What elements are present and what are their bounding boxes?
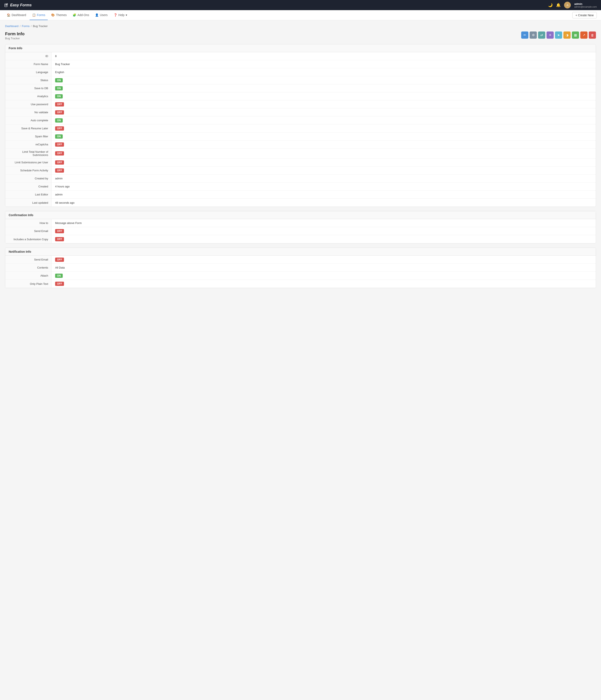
row-value: OFF [52, 235, 596, 243]
delete-button[interactable]: 🗑 [589, 31, 596, 39]
row-value: 8 [52, 52, 596, 60]
table-row: Created byadmin [5, 175, 596, 182]
row-label: Last updated [5, 199, 52, 207]
form-info-card: Form InfoID8Form NameBug TrackerLanguage… [5, 44, 596, 207]
breadcrumb-dashboard[interactable]: Dashboard [5, 25, 19, 28]
row-value: ON [52, 76, 596, 84]
nav-addons[interactable]: 🧩 Add-Ons [70, 10, 92, 20]
admin-name: admin [574, 2, 597, 5]
results-button[interactable]: ▦ [572, 31, 579, 39]
row-value: OFF [52, 256, 596, 264]
status-badge: OFF [55, 126, 64, 131]
row-label: Only Plain Text [5, 280, 52, 288]
table-row: AnalyticsON [5, 92, 596, 100]
moon-icon[interactable]: 🌙 [548, 3, 553, 7]
nav-users[interactable]: 👤 Users [93, 10, 110, 20]
share-button[interactable]: ↗ [580, 31, 587, 39]
settings-button[interactable]: ⚙ [530, 31, 537, 39]
row-value: Message above Form [52, 219, 596, 227]
breadcrumb: Dashboard / Forms / Bug Tracker [5, 25, 596, 28]
table-row: Spam filterON [5, 132, 596, 141]
confirmation-info-card-header: Confirmation Info [5, 211, 596, 219]
row-value: OFF [52, 227, 596, 235]
users-icon: 👤 [95, 13, 99, 17]
create-new-button[interactable]: + Create New [572, 12, 597, 18]
status-badge: ON [55, 86, 63, 91]
status-badge: OFF [55, 160, 64, 165]
table-row: Last Editoradmin [5, 191, 596, 199]
edit-button[interactable]: ✏ [521, 31, 528, 39]
help-chevron-icon: ▾ [126, 13, 127, 17]
row-label: Status [5, 76, 52, 84]
row-value: ON [52, 132, 596, 140]
nav-help[interactable]: ❓ Help ▾ [111, 10, 130, 20]
table-row: Save & Resume LaterOFF [5, 124, 596, 132]
row-value: English [52, 68, 596, 76]
table-row: Send EmailOFF [5, 256, 596, 264]
row-label: Limit Total Number of Submissions [5, 149, 52, 158]
admin-email: admin@example.com [574, 5, 597, 8]
nav-themes-label: Themes [56, 13, 67, 17]
row-label: Created [5, 182, 52, 190]
table-row: Auto completeON [5, 117, 596, 124]
row-label: Auto complete [5, 117, 52, 124]
table-row: Schedule Form ActivityOFF [5, 167, 596, 175]
row-value: OFF [52, 167, 596, 174]
status-badge: OFF [55, 257, 64, 262]
breadcrumb-sep-1: / [20, 25, 21, 28]
row-label: Save to DB [5, 84, 52, 92]
addons-icon: 🧩 [73, 13, 76, 17]
table-row: Use passwordOFF [5, 100, 596, 108]
user-info: admin admin@example.com [574, 2, 597, 8]
status-badge: ON [55, 134, 63, 139]
breadcrumb-forms[interactable]: Forms [22, 25, 30, 28]
row-label: Limit Submissions per User [5, 158, 52, 166]
status-badge: OFF [55, 151, 64, 155]
row-label: reCaptcha [5, 141, 52, 148]
table-row: LanguageEnglish [5, 68, 596, 76]
table-row: Last updated48 seconds ago [5, 199, 596, 207]
table-row: Includes a Submission CopyOFF [5, 235, 596, 243]
avatar: A [564, 2, 571, 8]
row-value: OFF [52, 108, 596, 116]
topbar: Easy Forms 🌙 🔔 A admin admin@example.com [0, 0, 601, 10]
row-label: Save & Resume Later [5, 124, 52, 132]
status-badge: OFF [55, 282, 64, 286]
row-value: ON [52, 92, 596, 100]
nav-forms[interactable]: 📋 Forms [30, 10, 48, 20]
confirmation-info-card: Confirmation InfoHow toMessage above For… [5, 211, 596, 243]
status-badge: OFF [55, 110, 64, 115]
breadcrumb-sep-2: / [31, 25, 32, 28]
brand-label: Easy Forms [10, 3, 32, 7]
table-row: How toMessage above Form [5, 219, 596, 227]
status-badge: ON [55, 78, 63, 82]
status-badge: OFF [55, 168, 64, 173]
page-title: Form Info [5, 31, 25, 36]
notification-info-card-header: Notification Info [5, 248, 596, 256]
nav-dashboard[interactable]: 🏠 Dashboard [4, 10, 29, 20]
row-label: Analytics [5, 92, 52, 100]
row-value: OFF [52, 124, 596, 132]
row-label: ID [5, 52, 52, 60]
status-badge: OFF [55, 143, 64, 147]
nav-themes[interactable]: 🎨 Themes [49, 10, 69, 20]
shuffle-button[interactable]: ⇄ [538, 31, 545, 39]
row-label: Form Name [5, 60, 52, 68]
table-row: Only Plain TextOFF [5, 280, 596, 288]
nav-forms-label: Forms [37, 13, 45, 17]
table-row: StatusON [5, 76, 596, 84]
table-row: AttachON [5, 272, 596, 280]
send-button[interactable]: ➤ [555, 31, 562, 39]
row-label: Send Email [5, 227, 52, 235]
table-row: ID8 [5, 52, 596, 60]
row-value: admin [52, 175, 596, 182]
analytics-button[interactable]: ◑ [564, 31, 571, 39]
table-row: Limit Total Number of SubmissionsOFF [5, 149, 596, 158]
brand-icon [4, 3, 8, 7]
bell-icon[interactable]: 🔔 [556, 3, 561, 7]
nav-dashboard-label: Dashboard [11, 13, 26, 17]
row-value: ON [52, 84, 596, 92]
table-row: Send EmailOFF [5, 227, 596, 235]
fields-button[interactable]: ✳ [547, 31, 554, 39]
table-row: Save to DBON [5, 84, 596, 92]
